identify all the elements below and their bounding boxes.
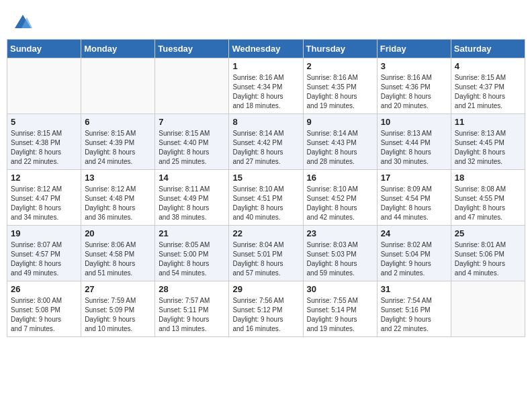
day-number: 12	[11, 173, 77, 183]
weekday-header-wednesday: Wednesday	[229, 40, 303, 58]
weekday-header-thursday: Thursday	[303, 40, 377, 58]
day-info: Sunrise: 8:09 AM Sunset: 4:54 PM Dayligh…	[381, 185, 447, 222]
day-info: Sunrise: 8:04 AM Sunset: 5:01 PM Dayligh…	[232, 240, 299, 278]
day-number: 1	[232, 61, 299, 71]
day-cell-2	[155, 58, 229, 114]
week-row-5: 26Sunrise: 8:00 AM Sunset: 5:08 PM Dayli…	[7, 281, 525, 337]
day-number: 17	[381, 173, 447, 183]
day-number: 3	[381, 61, 447, 71]
day-number: 22	[232, 228, 299, 238]
week-row-4: 19Sunrise: 8:07 AM Sunset: 4:57 PM Dayli…	[7, 226, 525, 281]
calendar-table: SundayMondayTuesdayWednesdayThursdayFrid…	[7, 39, 525, 337]
day-cell-29: 27Sunrise: 7:59 AM Sunset: 5:09 PM Dayli…	[81, 281, 155, 337]
day-cell-31: 29Sunrise: 7:56 AM Sunset: 5:12 PM Dayli…	[229, 281, 303, 337]
day-cell-21: 19Sunrise: 8:07 AM Sunset: 4:57 PM Dayli…	[7, 226, 81, 281]
day-cell-32: 30Sunrise: 7:55 AM Sunset: 5:14 PM Dayli…	[303, 281, 377, 337]
day-number: 4	[455, 61, 521, 71]
day-info: Sunrise: 7:55 AM Sunset: 5:14 PM Dayligh…	[307, 296, 373, 334]
day-number: 7	[159, 117, 225, 127]
day-cell-3: 1Sunrise: 8:16 AM Sunset: 4:34 PM Daylig…	[229, 58, 303, 114]
day-cell-30: 28Sunrise: 7:57 AM Sunset: 5:11 PM Dayli…	[155, 281, 229, 337]
day-number: 9	[307, 117, 373, 127]
day-number: 10	[381, 117, 447, 127]
day-number: 8	[232, 117, 299, 127]
day-cell-13: 11Sunrise: 8:13 AM Sunset: 4:45 PM Dayli…	[451, 114, 525, 170]
day-info: Sunrise: 8:05 AM Sunset: 5:00 PM Dayligh…	[159, 240, 225, 278]
day-number: 14	[159, 173, 225, 183]
day-cell-9: 7Sunrise: 8:15 AM Sunset: 4:40 PM Daylig…	[155, 114, 229, 170]
day-info: Sunrise: 8:15 AM Sunset: 4:37 PM Dayligh…	[455, 73, 521, 111]
day-info: Sunrise: 8:00 AM Sunset: 5:08 PM Dayligh…	[11, 296, 77, 334]
page-header	[7, 7, 525, 36]
day-info: Sunrise: 8:10 AM Sunset: 4:52 PM Dayligh…	[307, 185, 373, 222]
day-cell-33: 31Sunrise: 7:54 AM Sunset: 5:16 PM Dayli…	[377, 281, 451, 337]
day-cell-20: 18Sunrise: 8:08 AM Sunset: 4:55 PM Dayli…	[451, 170, 525, 226]
day-info: Sunrise: 8:13 AM Sunset: 4:44 PM Dayligh…	[381, 129, 447, 167]
day-cell-15: 13Sunrise: 8:12 AM Sunset: 4:48 PM Dayli…	[81, 170, 155, 226]
day-number: 24	[381, 228, 447, 238]
day-number: 28	[159, 284, 225, 294]
day-number: 13	[85, 173, 151, 183]
day-number: 23	[307, 228, 373, 238]
logo	[13, 13, 35, 32]
day-cell-14: 12Sunrise: 8:12 AM Sunset: 4:47 PM Dayli…	[7, 170, 81, 226]
day-cell-18: 16Sunrise: 8:10 AM Sunset: 4:52 PM Dayli…	[303, 170, 377, 226]
day-cell-11: 9Sunrise: 8:14 AM Sunset: 4:43 PM Daylig…	[303, 114, 377, 170]
day-number: 20	[85, 228, 151, 238]
day-number: 5	[11, 117, 77, 127]
day-info: Sunrise: 8:08 AM Sunset: 4:55 PM Dayligh…	[455, 185, 521, 222]
day-info: Sunrise: 8:15 AM Sunset: 4:38 PM Dayligh…	[11, 129, 77, 167]
day-cell-23: 21Sunrise: 8:05 AM Sunset: 5:00 PM Dayli…	[155, 226, 229, 281]
day-cell-24: 22Sunrise: 8:04 AM Sunset: 5:01 PM Dayli…	[229, 226, 303, 281]
day-number: 18	[455, 173, 521, 183]
day-number: 19	[11, 228, 77, 238]
day-cell-16: 14Sunrise: 8:11 AM Sunset: 4:49 PM Dayli…	[155, 170, 229, 226]
day-cell-28: 26Sunrise: 8:00 AM Sunset: 5:08 PM Dayli…	[7, 281, 81, 337]
day-cell-12: 10Sunrise: 8:13 AM Sunset: 4:44 PM Dayli…	[377, 114, 451, 170]
day-cell-27: 25Sunrise: 8:01 AM Sunset: 5:06 PM Dayli…	[451, 226, 525, 281]
day-cell-22: 20Sunrise: 8:06 AM Sunset: 4:58 PM Dayli…	[81, 226, 155, 281]
day-cell-1	[81, 58, 155, 114]
day-info: Sunrise: 8:02 AM Sunset: 5:04 PM Dayligh…	[381, 240, 447, 278]
day-info: Sunrise: 8:01 AM Sunset: 5:06 PM Dayligh…	[455, 240, 521, 278]
week-row-3: 12Sunrise: 8:12 AM Sunset: 4:47 PM Dayli…	[7, 170, 525, 226]
day-info: Sunrise: 8:15 AM Sunset: 4:40 PM Dayligh…	[159, 129, 225, 167]
day-info: Sunrise: 8:13 AM Sunset: 4:45 PM Dayligh…	[455, 129, 521, 167]
day-info: Sunrise: 8:16 AM Sunset: 4:35 PM Dayligh…	[307, 73, 373, 111]
day-number: 30	[307, 284, 373, 294]
weekday-header-sunday: Sunday	[7, 40, 81, 58]
day-info: Sunrise: 7:59 AM Sunset: 5:09 PM Dayligh…	[85, 296, 151, 334]
logo-icon	[13, 13, 32, 32]
day-info: Sunrise: 8:03 AM Sunset: 5:03 PM Dayligh…	[307, 240, 373, 278]
day-number: 16	[307, 173, 373, 183]
weekday-header-row: SundayMondayTuesdayWednesdayThursdayFrid…	[7, 40, 525, 58]
day-cell-6: 4Sunrise: 8:15 AM Sunset: 4:37 PM Daylig…	[451, 58, 525, 114]
day-number: 31	[381, 284, 447, 294]
day-cell-7: 5Sunrise: 8:15 AM Sunset: 4:38 PM Daylig…	[7, 114, 81, 170]
day-info: Sunrise: 8:10 AM Sunset: 4:51 PM Dayligh…	[232, 185, 299, 222]
day-number: 26	[11, 284, 77, 294]
day-info: Sunrise: 7:57 AM Sunset: 5:11 PM Dayligh…	[159, 296, 225, 334]
day-cell-0	[7, 58, 81, 114]
day-info: Sunrise: 8:12 AM Sunset: 4:48 PM Dayligh…	[85, 185, 151, 222]
day-number: 2	[307, 61, 373, 71]
day-info: Sunrise: 8:07 AM Sunset: 4:57 PM Dayligh…	[11, 240, 77, 278]
day-cell-26: 24Sunrise: 8:02 AM Sunset: 5:04 PM Dayli…	[377, 226, 451, 281]
day-info: Sunrise: 8:11 AM Sunset: 4:49 PM Dayligh…	[159, 185, 225, 222]
day-cell-25: 23Sunrise: 8:03 AM Sunset: 5:03 PM Dayli…	[303, 226, 377, 281]
day-number: 21	[159, 228, 225, 238]
day-info: Sunrise: 8:16 AM Sunset: 4:36 PM Dayligh…	[381, 73, 447, 111]
weekday-header-tuesday: Tuesday	[155, 40, 229, 58]
day-cell-34	[451, 281, 525, 337]
day-number: 29	[232, 284, 299, 294]
day-number: 11	[455, 117, 521, 127]
day-info: Sunrise: 8:15 AM Sunset: 4:39 PM Dayligh…	[85, 129, 151, 167]
day-number: 6	[85, 117, 151, 127]
weekday-header-friday: Friday	[377, 40, 451, 58]
day-cell-4: 2Sunrise: 8:16 AM Sunset: 4:35 PM Daylig…	[303, 58, 377, 114]
day-info: Sunrise: 8:14 AM Sunset: 4:43 PM Dayligh…	[307, 129, 373, 167]
week-row-1: 1Sunrise: 8:16 AM Sunset: 4:34 PM Daylig…	[7, 58, 525, 114]
day-number: 15	[232, 173, 299, 183]
day-info: Sunrise: 8:14 AM Sunset: 4:42 PM Dayligh…	[232, 129, 299, 167]
day-info: Sunrise: 8:12 AM Sunset: 4:47 PM Dayligh…	[11, 185, 77, 222]
